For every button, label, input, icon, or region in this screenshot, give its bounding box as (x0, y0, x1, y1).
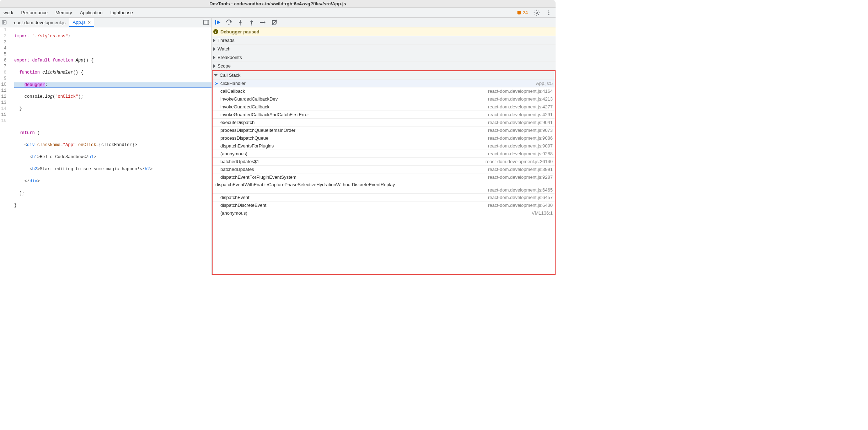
step-over-icon[interactable] (225, 19, 232, 26)
expand-icon (213, 47, 215, 51)
window-titlebar: DevTools - codesandbox.io/s/wild-rgb-6c4… (0, 0, 556, 8)
callstack-highlight: Call Stack ➤clickHandlerApp.js:5callCall… (212, 70, 556, 275)
line-number[interactable]: 6 (0, 58, 12, 64)
line-number[interactable]: 2 (0, 33, 12, 39)
callstack-location: react-dom.development.js:9288 (488, 151, 553, 156)
step-into-icon[interactable] (237, 19, 244, 26)
warning-count: 24 (523, 10, 528, 15)
svg-point-18 (251, 25, 252, 26)
svg-rect-10 (215, 20, 216, 25)
file-tab-label: react-dom.development.js (12, 20, 66, 25)
expand-icon (213, 39, 215, 42)
callstack-function: invokeGuardedCallbackAndCatchFirstError (220, 112, 488, 117)
section-scope[interactable]: Scope (212, 62, 556, 70)
callstack-location: react-dom.development.js:6465 (215, 187, 553, 193)
line-number[interactable]: 12 (0, 94, 12, 100)
callstack-function: clickHandler (220, 81, 536, 86)
toggle-sidebar-icon[interactable] (203, 19, 209, 26)
section-breakpoints[interactable]: Breakpoints (212, 53, 556, 62)
line-number[interactable]: 11 (0, 88, 12, 94)
line-number[interactable]: 15 (0, 112, 12, 118)
expand-icon (213, 56, 215, 59)
callstack-frame[interactable]: invokeGuardedCallbackAndCatchFirstErrorr… (213, 111, 555, 119)
svg-marker-14 (239, 22, 242, 24)
callstack-frame[interactable]: dispatchEventreact-dom.development.js:64… (213, 194, 555, 201)
warning-badge[interactable]: ! 24 (517, 10, 528, 15)
section-watch[interactable]: Watch (212, 45, 556, 53)
callstack-function: (anonymous) (220, 151, 488, 156)
deactivate-breakpoints-icon[interactable] (271, 19, 278, 26)
line-number[interactable]: 10 (0, 82, 12, 88)
warning-icon: ! (517, 10, 521, 15)
tab-application[interactable]: Application (79, 9, 103, 17)
line-number[interactable]: 4 (0, 45, 12, 52)
step-out-icon[interactable] (248, 19, 255, 26)
callstack-frame[interactable]: dispatchEventWithEnableCapturePhaseSelec… (213, 181, 555, 194)
callstack-location: react-dom.development.js:6457 (488, 195, 553, 200)
callstack-frame[interactable]: batchedUpdatesreact-dom.development.js:3… (213, 166, 555, 173)
callstack-location: react-dom.development.js:9073 (488, 128, 553, 133)
tab-memory[interactable]: Memory (55, 9, 73, 17)
file-tab-app[interactable]: App.js × (69, 18, 95, 27)
callstack-frame[interactable]: processDispatchQueueItemsInOrderreact-do… (213, 127, 555, 134)
line-number[interactable]: 16 (0, 118, 12, 124)
line-number[interactable]: 7 (0, 64, 12, 70)
callstack-location: react-dom.development.js:9086 (488, 135, 553, 141)
svg-point-2 (536, 12, 538, 14)
callstack-frame[interactable]: batchedUpdates$1react-dom.development.js… (213, 158, 555, 166)
code-content[interactable]: import "./styles.css"; export default fu… (14, 27, 211, 275)
line-number[interactable]: 3 (0, 39, 12, 45)
callstack-frame[interactable]: dispatchEventForPluginEventSystemreact-d… (213, 173, 555, 181)
callstack-function: processDispatchQueue (220, 135, 488, 141)
file-tab-react-dom[interactable]: react-dom.development.js (9, 18, 69, 27)
expand-icon (213, 64, 215, 68)
line-number[interactable]: 13 (0, 100, 12, 106)
show-navigator-icon[interactable] (1, 19, 7, 26)
callstack-frame[interactable]: executeDispatchreact-dom.development.js:… (213, 119, 555, 127)
callstack-location: react-dom.development.js:26140 (486, 159, 553, 164)
callstack-frame[interactable]: (anonymous)react-dom.development.js:9288 (213, 150, 555, 158)
line-number[interactable]: 1 (0, 27, 12, 33)
section-label: Watch (218, 46, 230, 52)
callstack-frame[interactable]: ➤clickHandlerApp.js:5 (213, 80, 555, 87)
section-label: Scope (218, 63, 231, 69)
settings-icon[interactable] (534, 10, 540, 16)
step-icon[interactable] (259, 19, 267, 26)
line-number[interactable]: 9 (0, 76, 12, 82)
tab-lighthouse[interactable]: Lighthouse (109, 9, 134, 17)
tab-network[interactable]: work (3, 9, 14, 17)
info-icon: i (213, 29, 218, 34)
line-number[interactable]: 8 (0, 70, 12, 76)
callstack-function: batchedUpdates$1 (220, 159, 486, 164)
callstack-frame[interactable]: dispatchDiscreteEventreact-dom.developme… (213, 201, 555, 209)
line-number[interactable]: 14 (0, 106, 12, 112)
callstack-location: react-dom.development.js:3991 (488, 167, 553, 172)
callstack-frame[interactable]: invokeGuardedCallbackreact-dom.developme… (213, 103, 555, 111)
tab-performance[interactable]: Performance (20, 9, 48, 17)
svg-rect-8 (204, 20, 209, 25)
line-number[interactable]: 5 (0, 52, 12, 58)
close-icon[interactable]: × (88, 20, 91, 25)
callstack-frame[interactable]: processDispatchQueuereact-dom.developmen… (213, 134, 555, 142)
callstack-function: dispatchEventWithEnableCapturePhaseSelec… (215, 182, 553, 187)
devtools-tabbar: work Performance Memory Application Ligh… (0, 8, 556, 18)
code-editor[interactable]: 12345678910111213141516 import "./styles… (0, 27, 211, 275)
resume-icon[interactable] (214, 19, 221, 26)
callstack-function: callCallback (220, 88, 488, 94)
callstack-frame[interactable]: dispatchEventsForPluginsreact-dom.develo… (213, 142, 555, 150)
callstack-function: processDispatchQueueItemsInOrder (220, 128, 488, 133)
callstack-frame[interactable]: callCallbackreact-dom.development.js:416… (213, 87, 555, 95)
callstack-function: dispatchEventForPluginEventSystem (220, 174, 488, 180)
callstack-location: react-dom.development.js:9097 (488, 143, 553, 149)
callstack-frame[interactable]: invokeGuardedCallbackDevreact-dom.develo… (213, 95, 555, 103)
debugger-paused-bar: i Debugger paused (212, 27, 556, 36)
svg-rect-6 (2, 21, 6, 24)
section-label: Threads (218, 38, 235, 43)
file-tabs: react-dom.development.js App.js × (0, 18, 211, 27)
callstack-frame[interactable]: (anonymous)VM1136:1 (213, 209, 555, 217)
callstack-location: App.js:5 (536, 81, 553, 86)
callstack-function: batchedUpdates (220, 167, 488, 172)
section-callstack[interactable]: Call Stack (213, 71, 555, 80)
more-icon[interactable] (546, 10, 552, 16)
section-threads[interactable]: Threads (212, 36, 556, 45)
